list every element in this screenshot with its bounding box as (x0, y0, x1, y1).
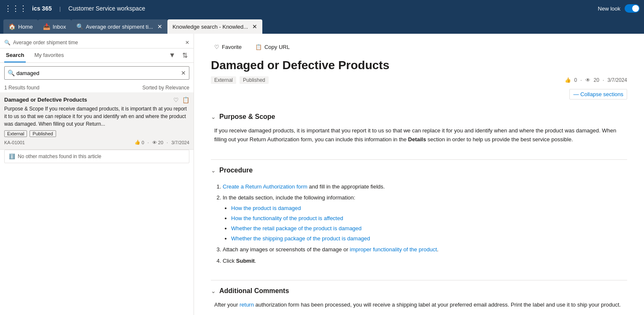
collapse-sections-button[interactable]: — Collapse sections (569, 89, 627, 100)
thumbs-up-icon: 👍 (135, 140, 140, 145)
inbox-icon: 📥 (43, 23, 50, 30)
section-procedure-header[interactable]: ⌄ Procedure (211, 164, 627, 177)
step-2: In the details section, include the foll… (223, 194, 627, 243)
article-actions: ♡ Favorite 📋 Copy URL (211, 42, 627, 52)
article-tag-external: External (211, 76, 236, 84)
search-input[interactable] (4, 66, 189, 80)
tab-knowledge[interactable]: Knowledge search - Knowled... ✕ (167, 19, 262, 34)
sub-item-2: How the functionality of the product is … (231, 214, 627, 223)
collapse-label: Collapse sections (580, 91, 623, 97)
copy-url-label: Copy URL (264, 44, 290, 50)
search-box-area: 🔍 ✕ (0, 63, 194, 83)
likes-count: 0 (142, 140, 144, 145)
tab-inbox-label: Inbox (53, 24, 66, 30)
search-breadcrumb-icon: 🔍 (4, 40, 11, 46)
results-info: 1 Results found Sorted by Relevance (0, 83, 194, 92)
article-views: 20 (594, 77, 599, 83)
sub-item-1: How the product is damaged (231, 204, 627, 213)
dot1: · (580, 77, 582, 83)
additional-text-2: No restocking fee will be charged for ex… (214, 313, 627, 315)
heart-icon: ♡ (214, 44, 219, 50)
home-icon: 🏠 (8, 23, 16, 30)
section-purpose-body: If you receive damaged products, it is i… (211, 123, 627, 151)
filter-icon[interactable]: ▼ (167, 50, 177, 61)
app-launcher-button[interactable]: ⋮⋮⋮ (4, 4, 27, 13)
search-tabs: Search My favorites ▼ ⇅ (0, 48, 194, 63)
tab-bar: 🏠 Home 📥 Inbox 🔍 Average order shipment … (0, 17, 644, 34)
section-divider-1 (211, 159, 627, 160)
result-item-text: Purpose & Scope If you receive damaged p… (4, 105, 189, 128)
tab-search[interactable]: Search (4, 48, 26, 62)
article-title: Damaged or Defective Products (211, 59, 627, 72)
section-additional-header[interactable]: ⌄ Additional Comments (211, 285, 627, 297)
search-tab-icon: 🔍 (76, 23, 84, 30)
breadcrumb-close-icon[interactable]: ✕ (185, 40, 189, 46)
result-item-meta: KA-01001 👍 0 · 👁 20 · 3/7/2024 (4, 140, 189, 145)
tab-knowledge-close[interactable]: ✕ (252, 23, 257, 30)
new-look-toggle[interactable] (625, 4, 640, 13)
top-bar: ⋮⋮⋮ ics 365 | Customer Service workspace… (0, 0, 644, 17)
sorted-by: Sorted by Relevance (143, 85, 189, 91)
step-3: Attach any images or screenshots of the … (223, 245, 627, 254)
no-matches-text: No other matches found in this article (18, 153, 101, 159)
article-tags: External Published (211, 76, 269, 84)
results-count: 1 Results found (4, 85, 39, 91)
tab-home-label: Home (18, 24, 33, 30)
section-procedure: ⌄ Procedure Create a Return Authorizatio… (211, 164, 627, 272)
article-date: 3/7/2024 (607, 77, 627, 83)
left-panel-header: 🔍 Average order shipment time ✕ (0, 34, 194, 48)
no-matches-notice: ℹ️ No other matches found in this articl… (4, 150, 189, 163)
tab-my-favorites[interactable]: My favorites (32, 48, 65, 62)
favorite-label: Favorite (222, 44, 242, 50)
breadcrumb: 🔍 Average order shipment time ✕ (4, 37, 189, 48)
info-icon: ℹ️ (9, 153, 15, 159)
tab-shipment[interactable]: 🔍 Average order shipment ti... ✕ (71, 19, 167, 34)
dot-separator-1: · (148, 140, 149, 145)
search-clear-icon[interactable]: ✕ (181, 70, 186, 76)
article-tag-published: Published (240, 76, 269, 84)
tab-inbox[interactable]: 📥 Inbox (38, 19, 71, 34)
article-meta-row: External Published 👍 0 · 👁 20 · 3/7/2024 (211, 76, 627, 84)
section-procedure-title: Procedure (219, 167, 253, 174)
result-tag-published: Published (30, 130, 56, 137)
breadcrumb-text: Average order shipment time (13, 40, 78, 46)
copy-url-button[interactable]: 📋 Copy URL (252, 42, 293, 52)
result-item-icons: ♡ 📋 (173, 97, 189, 103)
result-item-header: Damaged or Defective Products ♡ 📋 (4, 97, 189, 103)
tab-home[interactable]: 🏠 Home (3, 19, 38, 34)
left-panel: 🔍 Average order shipment time ✕ Search M… (0, 34, 194, 315)
step-1: Create a Return Authorization form and f… (223, 183, 627, 191)
collapse-icon: — (573, 91, 579, 97)
views-stat: 👁 20 (152, 140, 163, 145)
result-item[interactable]: Damaged or Defective Products ♡ 📋 Purpos… (0, 92, 194, 150)
section-purpose: ⌄ Purpose & Scope If you receive damaged… (211, 110, 627, 151)
search-tab-icons: ▼ ⇅ (167, 50, 189, 61)
collapse-row: — Collapse sections (211, 89, 627, 106)
dot-separator-2: · (167, 140, 168, 145)
purpose-text: If you receive damaged products, it is i… (214, 127, 627, 144)
result-id: KA-01001 (4, 140, 25, 145)
result-date: 3/7/2024 (171, 140, 189, 145)
article-likes: 0 (574, 77, 577, 83)
dot2: · (603, 77, 604, 83)
result-item-title: Damaged or Defective Products (4, 97, 87, 103)
section-additional-body: After your return authorization form has… (211, 297, 627, 315)
favorite-button[interactable]: ♡ Favorite (211, 42, 245, 52)
result-favorite-icon[interactable]: ♡ (173, 97, 179, 103)
section-purpose-title: Purpose & Scope (219, 113, 275, 121)
additional-text-1: After your return authorization form has… (214, 301, 627, 310)
divider: | (59, 5, 61, 12)
result-tag-external: External (4, 130, 27, 137)
section-purpose-header[interactable]: ⌄ Purpose & Scope (211, 110, 627, 123)
likes-stat: 👍 0 (135, 140, 144, 145)
tab-shipment-close[interactable]: ✕ (157, 23, 162, 30)
tab-knowledge-label: Knowledge search - Knowled... (172, 24, 248, 30)
sub-item-3: Whether the retail package of the produc… (231, 224, 627, 233)
workspace-title: Customer Service workspace (68, 5, 145, 12)
chevron-down-icon-procedure: ⌄ (211, 167, 216, 174)
sort-icon[interactable]: ⇅ (181, 50, 189, 61)
section-additional-title: Additional Comments (219, 287, 289, 295)
brand-name: ics 365 (32, 5, 52, 12)
result-copy-icon[interactable]: 📋 (182, 97, 189, 103)
views-count: 20 (158, 140, 163, 145)
